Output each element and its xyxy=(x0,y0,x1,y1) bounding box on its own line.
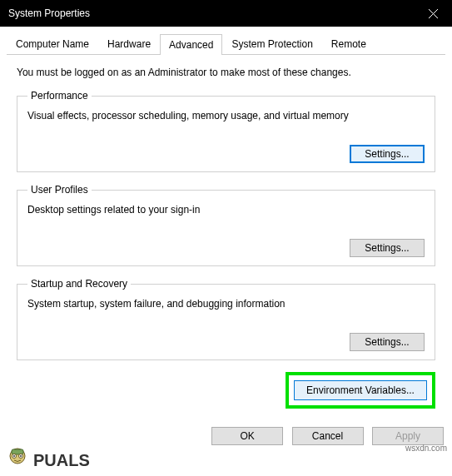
performance-group: Performance Visual effects, processor sc… xyxy=(17,90,435,172)
close-icon xyxy=(429,9,438,18)
window-title: System Properties xyxy=(8,7,90,19)
env-highlight: Environment Variables... xyxy=(286,372,435,409)
user-profiles-settings-button[interactable]: Settings... xyxy=(350,239,425,257)
title-bar: System Properties xyxy=(0,0,452,27)
startup-recovery-settings-button[interactable]: Settings... xyxy=(350,333,425,351)
env-row: Environment Variables... xyxy=(0,372,452,409)
tab-advanced[interactable]: Advanced xyxy=(160,34,222,55)
svg-rect-3 xyxy=(12,449,23,454)
performance-legend: Performance xyxy=(27,90,92,102)
user-profiles-group: User Profiles Desktop settings related t… xyxy=(17,184,435,266)
tab-strip: Computer Name Hardware Advanced System P… xyxy=(7,33,445,55)
tab-remote[interactable]: Remote xyxy=(322,33,375,54)
ok-button[interactable]: OK xyxy=(211,427,283,445)
cancel-button[interactable]: Cancel xyxy=(292,427,364,445)
performance-settings-button[interactable]: Settings... xyxy=(350,145,425,163)
svg-point-6 xyxy=(13,455,15,457)
user-profiles-desc: Desktop settings related to your sign-in xyxy=(27,204,425,216)
tab-computer-name[interactable]: Computer Name xyxy=(7,33,98,54)
user-profiles-legend: User Profiles xyxy=(27,184,92,196)
brand-text: PUALS xyxy=(33,451,90,470)
tab-content: You must be logged on as an Administrato… xyxy=(0,55,452,360)
tab-hardware[interactable]: Hardware xyxy=(98,33,160,54)
environment-variables-button[interactable]: Environment Variables... xyxy=(294,380,427,400)
admin-notice: You must be logged on as an Administrato… xyxy=(17,67,435,78)
svg-point-7 xyxy=(20,455,22,457)
startup-recovery-desc: System startup, system failure, and debu… xyxy=(27,298,425,310)
brand-overlay: PUALS xyxy=(3,446,90,474)
apply-button: Apply xyxy=(372,427,444,445)
close-button[interactable] xyxy=(415,0,452,27)
startup-recovery-legend: Startup and Recovery xyxy=(27,278,131,290)
tab-system-protection[interactable]: System Protection xyxy=(222,33,321,54)
watermark: wsxdn.com xyxy=(405,444,447,453)
startup-recovery-group: Startup and Recovery System startup, sys… xyxy=(17,278,435,360)
brand-icon xyxy=(3,446,32,474)
performance-desc: Visual effects, processor scheduling, me… xyxy=(27,110,425,121)
